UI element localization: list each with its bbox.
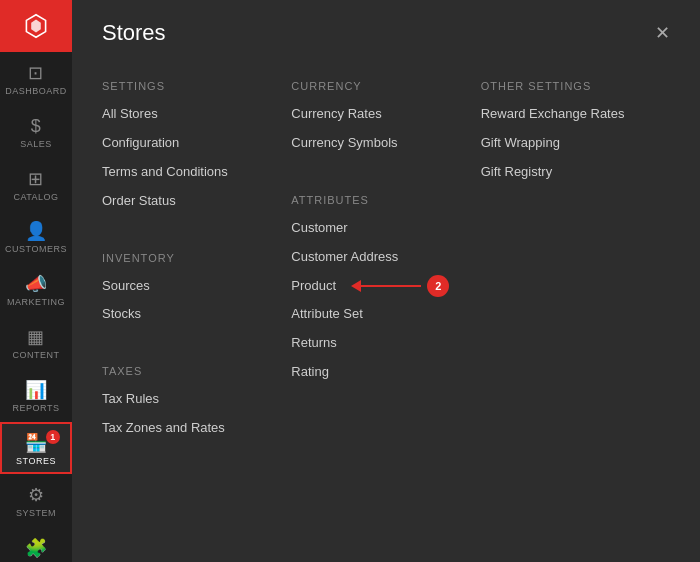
link-tax-zones[interactable]: Tax Zones and Rates	[102, 420, 271, 437]
link-configuration[interactable]: Configuration	[102, 135, 271, 152]
other-settings-section-title: Other Settings	[481, 80, 650, 92]
sidebar-item-reports[interactable]: 📊 REPORTS	[0, 369, 72, 422]
stores-icon: 🏪	[25, 434, 48, 452]
system-icon: ⚙	[28, 486, 45, 504]
close-button[interactable]: ✕	[655, 24, 670, 42]
link-reward-exchange-rates[interactable]: Reward Exchange Rates	[481, 106, 650, 123]
customers-icon: 👤	[25, 222, 48, 240]
arrow-head-icon	[351, 280, 361, 292]
link-currency-symbols[interactable]: Currency Symbols	[291, 135, 460, 152]
sales-icon: $	[31, 117, 42, 135]
sidebar-item-label: REPORTS	[13, 403, 60, 414]
inventory-section-title: Inventory	[102, 252, 271, 264]
product-row: Product 2	[291, 278, 460, 295]
menu-col-3: Other Settings Reward Exchange Rates Gif…	[481, 70, 670, 449]
sidebar-item-sales[interactable]: $ SALES	[0, 105, 72, 158]
sidebar-item-label: STORES	[16, 456, 56, 467]
sidebar-item-label: CATALOG	[13, 192, 58, 203]
link-stocks[interactable]: Stocks	[102, 306, 271, 323]
sidebar-item-catalog[interactable]: ⊞ CATALOG	[0, 158, 72, 211]
content-icon: ▦	[27, 328, 45, 346]
sidebar-item-extensions[interactable]: 🧩 FIND PARTNERS & EXTENSIONS	[0, 527, 72, 562]
taxes-section-title: Taxes	[102, 365, 271, 377]
menu-col-1: Settings All Stores Configuration Terms …	[102, 70, 291, 449]
reports-icon: 📊	[25, 381, 48, 399]
sidebar-item-marketing[interactable]: 📣 MARKETING	[0, 263, 72, 316]
sidebar-item-label: CONTENT	[13, 350, 60, 361]
link-gift-registry[interactable]: Gift Registry	[481, 164, 650, 181]
logo	[0, 0, 72, 52]
attributes-section-title: Attributes	[291, 194, 460, 206]
link-customer-address[interactable]: Customer Address	[291, 249, 460, 266]
link-returns[interactable]: Returns	[291, 335, 460, 352]
sidebar-item-content[interactable]: ▦ CONTENT	[0, 316, 72, 369]
sidebar-item-label: DASHBOARD	[5, 86, 67, 97]
sidebar-item-system[interactable]: ⚙ SYSTEM	[0, 474, 72, 527]
sidebar-item-label: SYSTEM	[16, 508, 56, 519]
stores-badge: 1	[46, 430, 60, 444]
sidebar-item-label: CuSTOMERS	[5, 244, 67, 255]
link-attribute-set[interactable]: Attribute Set	[291, 306, 460, 323]
sidebar-item-customers[interactable]: 👤 CuSTOMERS	[0, 210, 72, 263]
link-gift-wrapping[interactable]: Gift Wrapping	[481, 135, 650, 152]
menu-grid: Settings All Stores Configuration Terms …	[102, 70, 670, 449]
settings-section-title: Settings	[102, 80, 271, 92]
catalog-icon: ⊞	[28, 170, 44, 188]
arrow-line	[361, 285, 421, 287]
extensions-icon: 🧩	[25, 539, 48, 557]
link-tax-rules[interactable]: Tax Rules	[102, 391, 271, 408]
link-rating[interactable]: Rating	[291, 364, 460, 381]
sidebar-item-dashboard[interactable]: ⊡ DASHBOARD	[0, 52, 72, 105]
page-title: Stores	[102, 20, 166, 46]
link-order-status[interactable]: Order Status	[102, 193, 271, 210]
link-product[interactable]: Product	[291, 278, 336, 295]
link-all-stores[interactable]: All Stores	[102, 106, 271, 123]
stores-panel: Stores ✕ Settings All Stores Configurati…	[72, 0, 700, 562]
product-annotation: 2	[351, 275, 449, 297]
dashboard-icon: ⊡	[28, 64, 44, 82]
annotation-badge-2: 2	[427, 275, 449, 297]
sidebar: ⊡ DASHBOARD $ SALES ⊞ CATALOG 👤 CuSTOMER…	[0, 0, 72, 562]
panel-header: Stores ✕	[102, 20, 670, 46]
link-currency-rates[interactable]: Currency Rates	[291, 106, 460, 123]
link-customer[interactable]: Customer	[291, 220, 460, 237]
link-sources[interactable]: Sources	[102, 278, 271, 295]
link-terms-conditions[interactable]: Terms and Conditions	[102, 164, 271, 181]
sidebar-item-label: SALES	[20, 139, 52, 150]
menu-col-2: Currency Currency Rates Currency Symbols…	[291, 70, 480, 449]
currency-section-title: Currency	[291, 80, 460, 92]
marketing-icon: 📣	[25, 275, 48, 293]
sidebar-item-stores[interactable]: 1 🏪 STORES	[0, 422, 72, 475]
sidebar-item-label: MARKETING	[7, 297, 65, 308]
